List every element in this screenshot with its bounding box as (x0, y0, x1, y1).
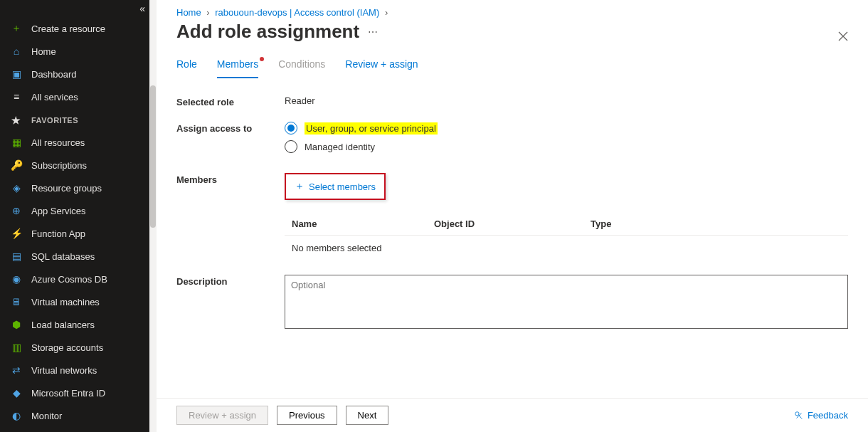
previous-button[interactable]: Previous (277, 406, 337, 425)
scrollbar-thumb[interactable] (150, 85, 156, 228)
sidebar-item-label: Virtual networks (31, 365, 97, 376)
col-type: Type (591, 218, 841, 229)
sidebar-item-label: Monitor (31, 411, 62, 421)
dashboard-icon: ▣ (10, 68, 23, 80)
sidebar-item-label: Home (31, 46, 56, 57)
star-icon: ★ (10, 114, 23, 127)
col-object-id: Object ID (434, 218, 591, 229)
sidebar-item-label: SQL databases (31, 251, 95, 262)
members-table: Name Object ID Type No members selected (285, 213, 848, 260)
members-empty: No members selected (285, 235, 848, 260)
main-panel: Home › rabououn-devops | Access control … (157, 0, 868, 432)
home-icon: ⌂ (10, 45, 23, 58)
review-assign-button[interactable]: Review + assign (176, 406, 268, 425)
description-input[interactable] (285, 275, 848, 329)
selected-role-label: Selected role (176, 95, 285, 107)
select-members-highlight: ＋ Select members (285, 173, 386, 200)
radio-managed-identity-label: Managed identity (305, 142, 375, 152)
sidebar-item-label: All resources (31, 137, 85, 148)
subscriptions-icon: 🔑 (10, 159, 23, 172)
sidebar-item-label: Load balancers (31, 320, 95, 330)
sidebar-item-label: Microsoft Entra ID (31, 388, 105, 399)
sidebar-item-microsoft-entra-id[interactable]: ◆Microsoft Entra ID (0, 381, 149, 404)
select-members-button[interactable]: ＋ Select members (295, 180, 376, 193)
feedback-icon (794, 411, 804, 421)
sidebar-item-create-a-resource[interactable]: ＋Create a resource (0, 17, 149, 40)
sidebar-item-label: Dashboard (31, 69, 77, 80)
resource-groups-icon: ◈ (10, 181, 23, 194)
sidebar-item-label: Function App (31, 228, 85, 239)
tab-role[interactable]: Role (176, 58, 197, 78)
sidebar-item-virtual-machines[interactable]: 🖥Virtual machines (0, 290, 149, 313)
sidebar: « ＋Create a resource⌂Home▣Dashboard≡All … (0, 0, 149, 432)
sidebar-item-label: Create a resource (31, 23, 105, 34)
tabs: RoleMembersConditionsReview + assign (157, 50, 868, 78)
load-balancers-icon: ⬢ (10, 318, 23, 331)
sidebar-item-all-resources[interactable]: ▦All resources (0, 131, 149, 154)
col-name: Name (292, 218, 434, 229)
sidebar-item-label: Virtual machines (31, 297, 100, 307)
sidebar-item-label: Subscriptions (31, 160, 87, 171)
sidebar-collapse[interactable]: « (139, 3, 145, 14)
tab-members[interactable]: Members (217, 58, 258, 78)
all-services-icon: ≡ (10, 90, 23, 103)
create-a-resource-icon: ＋ (10, 22, 23, 35)
sidebar-item-label: Resource groups (31, 183, 102, 194)
sidebar-item-azure-cosmos-db[interactable]: ◉Azure Cosmos DB (0, 268, 149, 290)
breadcrumb-home[interactable]: Home (176, 7, 201, 18)
page-title: Add role assignment (176, 21, 359, 43)
footer: Review + assign Previous Next Feedback (157, 398, 868, 432)
virtual-networks-icon: ⇄ (10, 364, 23, 376)
sidebar-item-sql-databases[interactable]: ▤SQL databases (0, 245, 149, 268)
storage-accounts-icon: ▥ (10, 341, 23, 354)
sidebar-item-monitor[interactable]: ◐Monitor (0, 404, 149, 427)
svg-point-0 (795, 411, 799, 415)
next-button[interactable]: Next (346, 406, 389, 425)
radio-managed-identity[interactable] (285, 140, 297, 153)
sidebar-item-virtual-networks[interactable]: ⇄Virtual networks (0, 359, 149, 381)
sidebar-item-resource-groups[interactable]: ◈Resource groups (0, 177, 149, 199)
sidebar-item-home[interactable]: ⌂Home (0, 40, 149, 63)
more-actions-icon[interactable]: ⋯ (368, 26, 378, 38)
breadcrumb-resource[interactable]: rabououn-devops | Access control (IAM) (215, 7, 379, 18)
virtual-machines-icon: 🖥 (10, 295, 23, 308)
sidebar-item-storage-accounts[interactable]: ▥Storage accounts (0, 336, 149, 359)
tab-review-assign[interactable]: Review + assign (345, 58, 418, 78)
app-services-icon: ⊕ (10, 204, 23, 217)
sidebar-item-label: Storage accounts (31, 342, 103, 353)
sidebar-item-subscriptions[interactable]: 🔑Subscriptions (0, 154, 149, 177)
sidebar-item-label: All services (31, 92, 78, 102)
chevron-right-icon: › (385, 7, 388, 18)
sidebar-item-load-balancers[interactable]: ⬢Load balancers (0, 313, 149, 336)
sidebar-item-app-services[interactable]: ⊕App Services (0, 199, 149, 222)
radio-user-group-label: User, group, or service principal (305, 122, 438, 135)
tab-indicator-dot (260, 57, 264, 61)
description-label: Description (176, 275, 285, 331)
scrollbar-track[interactable] (149, 0, 157, 432)
sidebar-item-function-app[interactable]: ⚡Function App (0, 222, 149, 245)
close-icon[interactable] (838, 31, 848, 43)
favorites-header: ★ FAVORITES (0, 108, 149, 131)
sql-databases-icon: ▤ (10, 250, 23, 263)
azure-cosmos-db-icon: ◉ (10, 273, 23, 285)
radio-user-group[interactable] (285, 122, 297, 135)
tab-conditions: Conditions (278, 58, 325, 78)
plus-icon: ＋ (295, 180, 305, 193)
monitor-icon: ◐ (10, 409, 23, 422)
feedback-link[interactable]: Feedback (794, 410, 848, 421)
sidebar-item-label: App Services (31, 206, 86, 216)
sidebar-item-label: Azure Cosmos DB (31, 274, 107, 285)
selected-role-value: Reader (285, 95, 848, 107)
members-label: Members (176, 173, 285, 260)
sidebar-item-all-services[interactable]: ≡All services (0, 85, 149, 108)
function-app-icon: ⚡ (10, 227, 23, 240)
assign-access-label: Assign access to (176, 122, 285, 159)
microsoft-entra-id-icon: ◆ (10, 386, 23, 399)
all-resources-icon: ▦ (10, 136, 23, 149)
sidebar-item-dashboard[interactable]: ▣Dashboard (0, 63, 149, 85)
breadcrumb: Home › rabououn-devops | Access control … (157, 0, 868, 19)
chevron-right-icon: › (206, 7, 209, 18)
